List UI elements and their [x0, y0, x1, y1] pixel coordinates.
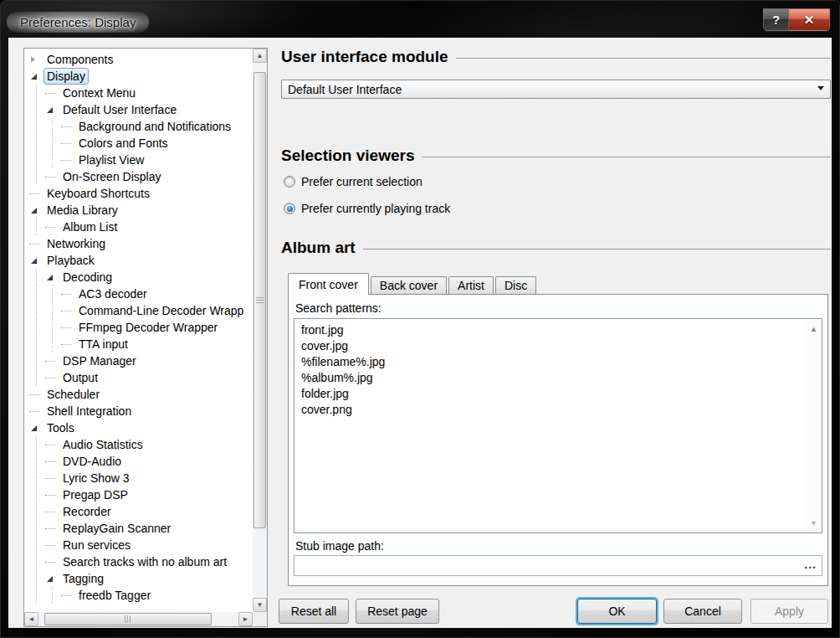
- tree-guide-line: [29, 269, 45, 286]
- tree-item[interactable]: DSP Manager: [24, 352, 253, 369]
- scroll-left-button[interactable]: ◄: [24, 612, 38, 626]
- tree-item[interactable]: Decoding: [24, 269, 253, 286]
- list-scrollbar[interactable]: ▲ ▼: [807, 320, 821, 532]
- ok-button[interactable]: OK: [577, 599, 657, 624]
- tree-item[interactable]: TTA input: [24, 336, 253, 352]
- tree-item[interactable]: Media Library: [24, 202, 253, 219]
- tree-guide-line: [29, 168, 45, 185]
- tree-guide-line: [29, 352, 45, 369]
- tree-item[interactable]: Recorder: [24, 503, 253, 520]
- tree-item[interactable]: Output: [24, 369, 253, 386]
- tree-connector-icon: [29, 394, 44, 395]
- scroll-down-icon: ▼: [257, 601, 264, 609]
- group-user-interface-module: User interface module: [281, 48, 831, 66]
- tree-item[interactable]: Playlist View: [24, 152, 253, 168]
- search-pattern-item[interactable]: cover.jpg: [295, 338, 822, 354]
- tree-item[interactable]: Pregap DSP: [24, 486, 253, 503]
- search-pattern-item[interactable]: %filename%.jpg: [295, 354, 822, 370]
- tree-item[interactable]: AC3 decoder: [24, 286, 253, 302]
- ui-module-select[interactable]: Default User Interface: [281, 80, 831, 99]
- tree-item[interactable]: Display: [24, 68, 253, 85]
- tree-connector-icon: [61, 311, 75, 311]
- help-icon: ?: [772, 13, 780, 27]
- tree-item[interactable]: Run services: [24, 537, 253, 553]
- titlebar[interactable]: Preferences: Display ? ✕: [0, 0, 840, 38]
- tree-item[interactable]: Background and Notifications: [24, 118, 253, 135]
- tree-connector-icon: [45, 227, 59, 228]
- tree-guide-line: [29, 553, 45, 570]
- tree-item[interactable]: DVD-Audio: [24, 453, 253, 470]
- scroll-up-button[interactable]: ▲: [253, 49, 267, 63]
- tree-item[interactable]: Scheduler: [24, 386, 253, 403]
- stub-image-path-input[interactable]: ...: [294, 555, 822, 576]
- tree-item[interactable]: Lyric Show 3: [24, 470, 253, 486]
- tree-connector-icon: [61, 344, 75, 345]
- scroll-right-button[interactable]: ►: [238, 612, 253, 626]
- vertical-scroll-thumb[interactable]: [254, 72, 266, 528]
- tree-item[interactable]: Default User Interface: [24, 101, 253, 118]
- tree-item[interactable]: Context Menu: [24, 85, 253, 101]
- scroll-down-icon[interactable]: ▼: [807, 516, 821, 530]
- tree-guide-line: [29, 286, 45, 302]
- tree-item[interactable]: Shell Integration: [24, 403, 253, 419]
- apply-button[interactable]: Apply: [750, 599, 828, 624]
- radio-icon: [284, 203, 295, 214]
- tree-item[interactable]: Tools: [24, 419, 253, 436]
- tree-horizontal-scrollbar[interactable]: ◄ ►: [24, 612, 253, 626]
- album-art-tabs: Front cover Back cover Artist Disc: [288, 272, 830, 294]
- tree-guide-line: [29, 453, 45, 470]
- tree-item[interactable]: Components: [24, 51, 253, 68]
- tree-item[interactable]: Audio Statistics: [24, 436, 253, 453]
- tree-guide-line: [29, 486, 45, 503]
- tree-item[interactable]: Tagging: [24, 570, 253, 587]
- tab-artist[interactable]: Artist: [448, 276, 494, 294]
- tree-item[interactable]: Keyboard Shortcuts: [24, 185, 253, 202]
- dialog-body: Components Display Context Menu Default …: [8, 38, 832, 628]
- tab-back-cover[interactable]: Back cover: [371, 276, 447, 294]
- tree-item[interactable]: Colors and Fonts: [24, 135, 253, 152]
- close-button[interactable]: ✕: [789, 8, 830, 31]
- tree-item[interactable]: freedb Tagger: [24, 587, 253, 604]
- tree-item[interactable]: Playback: [24, 252, 253, 269]
- scroll-down-button[interactable]: ▼: [253, 598, 267, 612]
- tree-guide-line: [29, 587, 45, 604]
- tree-item[interactable]: ReplayGain Scanner: [24, 520, 253, 537]
- help-button[interactable]: ?: [763, 8, 789, 31]
- radio-option[interactable]: Prefer current selection: [284, 173, 423, 190]
- search-pattern-item[interactable]: %album%.jpg: [295, 370, 822, 386]
- tree-vertical-scrollbar[interactable]: ▲ ▼: [253, 49, 267, 612]
- stub-image-path-label: Stub image path:: [295, 539, 384, 553]
- heading-rule: [422, 157, 831, 157]
- tree-item[interactable]: Networking: [24, 235, 253, 252]
- search-pattern-item[interactable]: cover.png: [295, 402, 822, 418]
- reset-page-button[interactable]: Reset page: [356, 599, 439, 624]
- collapse-icon: [29, 208, 44, 214]
- scroll-up-icon[interactable]: ▲: [807, 322, 821, 336]
- browse-button[interactable]: ...: [804, 558, 817, 571]
- tab-front-cover[interactable]: Front cover: [288, 273, 369, 295]
- tree-item[interactable]: Search tracks with no album art: [24, 553, 253, 570]
- window-title: Preferences: Display: [7, 12, 149, 33]
- cancel-button[interactable]: Cancel: [663, 599, 742, 624]
- expand-icon: [29, 56, 44, 63]
- pattern-items: front.jpgcover.jpg%filename%.jpg%album%.…: [295, 322, 822, 418]
- tree-item[interactable]: Album List: [24, 219, 253, 235]
- search-pattern-item[interactable]: front.jpg: [295, 322, 822, 338]
- scroll-up-icon: ▲: [257, 52, 264, 59]
- heading-rule: [456, 58, 831, 59]
- tree-item[interactable]: On-Screen Display: [24, 168, 253, 185]
- tree-connector-icon: [29, 244, 44, 244]
- tree-connector-icon: [61, 126, 75, 127]
- tree-viewport: Components Display Context Menu Default …: [24, 49, 253, 612]
- preferences-tree: Components Display Context Menu Default …: [23, 48, 268, 627]
- reset-all-button[interactable]: Reset all: [279, 599, 349, 624]
- tab-disc[interactable]: Disc: [495, 276, 536, 294]
- tree-item[interactable]: Command-Line Decoder Wrapp: [24, 302, 253, 319]
- tree-item[interactable]: FFmpeg Decoder Wrapper: [24, 319, 253, 336]
- tree-guide-line: [29, 302, 45, 319]
- search-pattern-item[interactable]: folder.jpg: [295, 386, 822, 402]
- tree-connector-icon: [61, 327, 75, 328]
- horizontal-scroll-thumb[interactable]: [44, 613, 212, 625]
- collapse-icon: [29, 74, 44, 80]
- radio-option[interactable]: Prefer currently playing track: [284, 200, 450, 217]
